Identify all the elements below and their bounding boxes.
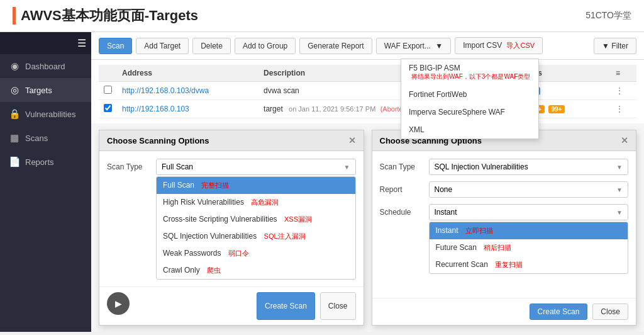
sidebar-item-scans[interactable]: ▦ Scans <box>0 126 91 150</box>
row2-link[interactable]: http://192.168.0.103 <box>122 105 189 113</box>
annot-weak-passwords: 弱口令 <box>228 249 249 257</box>
right-scan-type-arrow: ▼ <box>616 164 623 171</box>
th-address: Address <box>117 65 258 82</box>
dropdown-item-full-scan[interactable]: Full Scan 完整扫描 <box>157 177 355 194</box>
create-scan-button-right[interactable]: Create Scan <box>530 304 588 320</box>
sidebar-label-scans: Scans <box>25 133 48 143</box>
targets-icon: ◎ <box>9 84 20 96</box>
filter-label: Filter <box>611 42 628 50</box>
main-content: Scan Add Target Delete Add to Group Gene… <box>91 32 644 332</box>
right-scan-type-value: SQL Injection Vulnerabilities <box>435 162 528 171</box>
dialog-left-close[interactable]: ✕ <box>348 135 356 145</box>
scan-type-row: Scan Type Full Scan ▼ Full Scan 完整扫描 <box>107 159 356 280</box>
waf-export-button[interactable]: WAF Export... ▼ <box>376 38 451 54</box>
schedule-item-recurrent[interactable]: Recurrent Scan 重复扫描 <box>430 256 628 273</box>
sidebar-label-vulnerabilities: Vulnerabilities <box>25 110 75 119</box>
annot-future-scan: 稍后扫描 <box>484 244 511 251</box>
dialog-right: Choose Scanning Options ✕ Scan Type SQL … <box>372 130 637 326</box>
play-button[interactable]: ▶ <box>107 292 130 315</box>
right-schedule-control: Instant ▼ Instant 立即扫描 Future Scan <box>429 204 629 274</box>
annot-sql: SQL注入漏洞 <box>264 232 306 240</box>
right-scan-type-select[interactable]: SQL Injection Vulnerabilities ▼ <box>429 159 629 175</box>
waf-option-imperva[interactable]: Imperva SecureSphere WAF <box>401 103 538 121</box>
annot-xss: XSS漏洞 <box>284 215 312 223</box>
waf-option-xml[interactable]: XML <box>401 121 538 139</box>
row1-check[interactable] <box>99 82 117 100</box>
add-target-button[interactable]: Add Target <box>136 38 189 54</box>
right-schedule-value: Instant <box>435 208 457 217</box>
dropdown-item-weak-passwords[interactable]: Weak Passwords 弱口令 <box>157 245 355 262</box>
dialog-left-footer: ▶ Create Scan Close <box>99 287 364 325</box>
row1-checkbox[interactable] <box>104 86 112 94</box>
row2-menu[interactable]: ⋮ <box>611 100 636 118</box>
right-schedule-select[interactable]: Instant ▼ <box>429 204 629 220</box>
sidebar-label-targets: Targets <box>25 86 52 95</box>
right-report-select[interactable]: None ▼ <box>429 181 629 198</box>
sidebar-top: ☰ <box>0 32 91 54</box>
schedule-item-instant[interactable]: Instant 立即扫描 <box>430 222 628 239</box>
waf-option-f5[interactable]: F5 BIG-IP ASM 将结果导出到WAF，以下3个都是WAF类型 <box>401 59 538 86</box>
row2-scan-date: on Jan 11, 2021 9:56:17 PM <box>289 105 375 113</box>
sidebar-item-dashboard[interactable]: ◉ Dashboard <box>0 54 91 78</box>
import-csv-button[interactable]: Import CSV 导入CSV <box>455 37 543 54</box>
sidebar-item-targets[interactable]: ◎ Targets <box>0 78 91 102</box>
waf-imperva-label: Imperva SecureSphere WAF <box>409 108 505 116</box>
schedule-item-future[interactable]: Future Scan 稍后扫描 <box>430 239 628 256</box>
th-menu: ≡ <box>611 65 636 82</box>
table-header-row: Address Description Vulnerabilities ≡ <box>99 65 636 82</box>
row2-checkbox[interactable] <box>104 104 112 112</box>
waf-option-fortinet[interactable]: Fortinet FortiWeb <box>401 86 538 103</box>
dialog-left-title: Choose Scanning Options <box>107 136 209 145</box>
reports-icon: 📄 <box>9 156 20 168</box>
menu-icon[interactable]: ☰ <box>77 37 86 49</box>
filter-button[interactable]: ▼ Filter <box>594 38 636 54</box>
right-scan-type-row: Scan Type SQL Injection Vulnerabilities … <box>380 159 629 175</box>
targets-table: Address Description Vulnerabilities ≡ ht… <box>99 65 636 118</box>
row1-link[interactable]: http://192.168.0.103/dvwa <box>122 86 209 95</box>
right-schedule-row: Schedule Instant ▼ Instant 立即扫描 <box>380 204 629 274</box>
generate-report-button[interactable]: Generate Report <box>299 38 372 54</box>
row1-menu[interactable]: ⋮ <box>611 82 636 100</box>
right-schedule-label: Schedule <box>380 204 424 217</box>
dropdown-item-xss[interactable]: Cross-site Scripting Vulnerabilities XSS… <box>157 211 355 228</box>
scan-button[interactable]: Scan <box>99 38 132 54</box>
annot-instant: 立即扫描 <box>465 227 493 234</box>
row2-badge4: 99+ <box>548 105 565 113</box>
dropdown-item-high-risk[interactable]: High Risk Vulnerabilities 高危漏洞 <box>157 194 355 211</box>
brand-label: 51CTO学堂 <box>586 10 631 21</box>
dialog-right-footer: Create Scan Close <box>372 298 636 325</box>
annot-recurrent-scan: 重复扫描 <box>495 261 523 268</box>
dropdown-item-crawl[interactable]: Crawl Only 爬虫 <box>157 262 355 279</box>
add-to-group-button[interactable]: Add to Group <box>235 38 296 54</box>
right-report-value: None <box>435 185 453 194</box>
sidebar-label-reports: Reports <box>25 157 54 167</box>
table-row: http://192.168.0.103/dvwa dvwa scan 1 0 … <box>99 82 636 100</box>
delete-button[interactable]: Delete <box>192 38 231 54</box>
row2-check[interactable] <box>99 100 117 118</box>
dialog-left-body: Scan Type Full Scan ▼ Full Scan 完整扫描 <box>99 151 364 287</box>
create-scan-button-left[interactable]: Create Scan <box>257 292 315 320</box>
right-report-arrow: ▼ <box>616 186 623 193</box>
dropdown-item-sql[interactable]: SQL Injection Vulnerabilities SQL注入漏洞 <box>157 228 355 245</box>
waf-fortinet-label: Fortinet FortiWeb <box>409 90 467 99</box>
dialog-right-body: Scan Type SQL Injection Vulnerabilities … <box>372 151 636 298</box>
dialog-right-close[interactable]: ✕ <box>621 135 628 145</box>
scan-type-select[interactable]: Full Scan ▼ <box>156 159 356 175</box>
close-button-left[interactable]: Close <box>320 292 356 320</box>
scan-type-value: Full Scan <box>162 162 193 171</box>
sidebar-item-reports[interactable]: 📄 Reports <box>0 150 91 174</box>
right-scan-type-label: Scan Type <box>380 159 424 171</box>
sidebar-item-vulnerabilities[interactable]: 🔒 Vulnerabilities <box>0 102 91 126</box>
annot-full-scan: 完整扫描 <box>201 181 229 189</box>
close-button-right[interactable]: Close <box>592 304 628 320</box>
filter-icon: ▼ <box>602 42 609 50</box>
title-bar <box>13 7 16 25</box>
right-schedule-arrow: ▼ <box>616 209 623 216</box>
title-text: AWVS基本功能页面-Targets <box>21 6 198 25</box>
row1-address: http://192.168.0.103/dvwa <box>117 82 258 100</box>
scan-type-label: Scan Type <box>107 159 151 171</box>
row2-address: http://192.168.0.103 <box>117 100 258 118</box>
waf-export-label: WAF Export... <box>384 42 431 50</box>
import-csv-annot: 导入CSV <box>506 42 535 49</box>
dialogs-row: Choose Scanning Options ✕ Scan Type Full… <box>91 123 644 332</box>
